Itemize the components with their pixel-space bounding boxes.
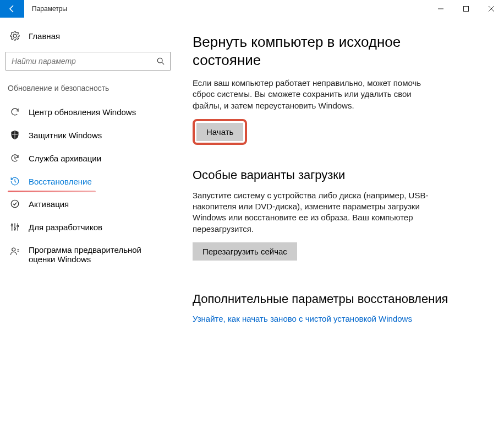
sidebar-item-label: Для разработчиков [29,223,102,232]
sidebar-item-developers[interactable]: Для разработчиков [6,215,171,239]
gear-icon [9,31,21,41]
sidebar-item-label: Активация [29,199,69,209]
minimize-icon [438,6,443,12]
section-reset-body: Если ваш компьютер работает неправильно,… [193,78,435,111]
sidebar-item-label: Восстановление [29,177,92,186]
svg-rect-1 [464,7,469,12]
sidebar-item-activation[interactable]: Активация [6,192,171,215]
person-icon [9,246,21,256]
titlebar: Параметры [0,0,504,18]
svg-point-12 [11,225,13,226]
sidebar-item-defender[interactable]: Защитник Windows [6,123,171,147]
section-reset-title: Вернуть компьютер в исходное состояние [193,33,465,69]
section-startup-title: Особые варианты загрузки [193,168,465,182]
sidebar-home[interactable]: Главная [6,28,171,44]
close-button[interactable] [479,0,504,18]
sidebar-item-label: Защитник Windows [29,131,102,140]
sidebar: Главная Обновление и безопасность Центр … [0,18,176,428]
section-startup-body: Запустите систему с устройства либо диск… [193,190,435,235]
sidebar-item-recovery[interactable]: Восстановление [6,170,171,193]
sidebar-item-label: Программа предварительной оценки Windows [29,245,161,264]
sidebar-home-label: Главная [29,31,60,41]
sidebar-item-backup[interactable]: Служба архивации [6,147,171,170]
close-icon [489,6,494,12]
maximize-icon [463,6,469,12]
svg-line-5 [162,62,164,64]
maximize-button[interactable] [453,0,479,18]
restart-now-button[interactable]: Перезагрузить сейчас [193,242,297,261]
back-button[interactable] [0,0,24,18]
search-input[interactable] [6,52,171,71]
sidebar-item-label: Служба архивации [29,154,101,163]
window-controls [428,0,504,18]
content-area: Главная Обновление и безопасность Центр … [0,18,504,428]
sidebar-item-insider[interactable]: Программа предварительной оценки Windows [6,239,171,270]
history-icon [9,176,21,186]
minimize-button[interactable] [428,0,453,18]
svg-point-13 [14,228,16,230]
arrow-left-icon [8,4,17,13]
sidebar-category: Обновление и безопасность [6,82,171,100]
start-button-highlight: Начать [193,119,247,145]
svg-point-4 [157,58,162,63]
main-panel: Вернуть компьютер в исходное состояние Е… [176,18,504,428]
search-icon [156,57,165,66]
sidebar-item-update[interactable]: Центр обновления Windows [6,100,171,123]
backup-icon [9,153,21,163]
fresh-start-link[interactable]: Узнайте, как начать заново с чистой уста… [193,314,465,323]
sync-icon [9,107,21,117]
shield-icon [9,130,21,140]
sliders-icon [9,222,21,232]
svg-point-14 [17,225,19,227]
section-more-title: Дополнительные параметры восстановления [193,291,465,307]
start-button[interactable]: Начать [196,123,243,141]
svg-point-15 [12,248,15,251]
svg-point-8 [11,200,19,208]
window-title: Параметры [32,5,67,13]
check-circle-icon [9,199,21,209]
search-wrap [6,52,171,71]
sidebar-item-label: Центр обновления Windows [29,107,136,117]
